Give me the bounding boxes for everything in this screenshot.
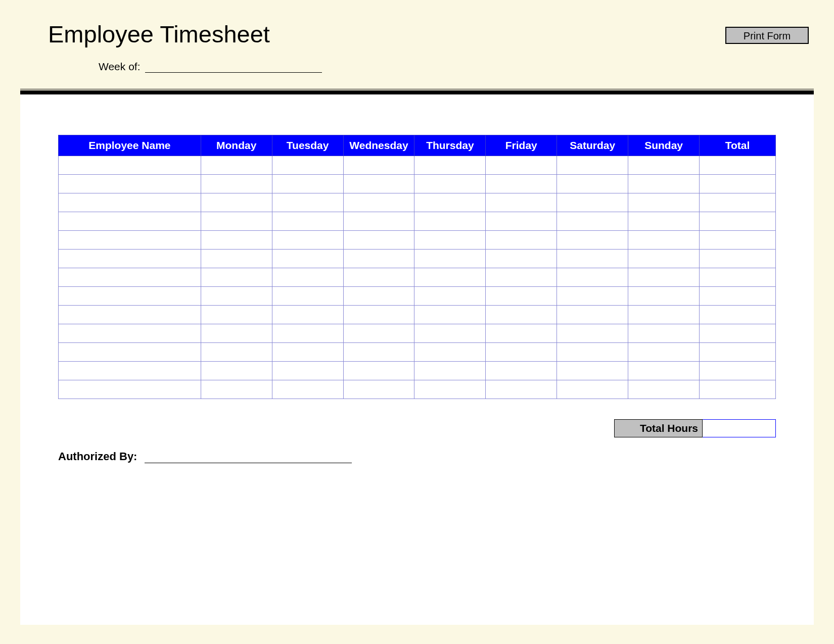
cell-input[interactable] xyxy=(272,193,343,212)
cell-input[interactable] xyxy=(628,362,699,380)
cell-input[interactable] xyxy=(59,268,201,286)
cell-input[interactable] xyxy=(486,287,557,305)
cell-input[interactable] xyxy=(557,324,628,342)
cell-input[interactable] xyxy=(414,212,485,230)
cell-input[interactable] xyxy=(557,343,628,361)
cell-input[interactable] xyxy=(59,287,201,305)
cell-input[interactable] xyxy=(344,175,414,193)
cell-input[interactable] xyxy=(414,231,485,249)
cell-input[interactable] xyxy=(344,362,414,380)
cell-input[interactable] xyxy=(59,231,201,249)
cell-input[interactable] xyxy=(414,156,485,174)
cell-input[interactable] xyxy=(700,380,775,399)
cell-input[interactable] xyxy=(628,231,699,249)
total-hours-input[interactable] xyxy=(703,419,776,437)
cell-input[interactable] xyxy=(59,362,201,380)
cell-input[interactable] xyxy=(486,156,557,174)
cell-input[interactable] xyxy=(272,268,343,286)
cell-input[interactable] xyxy=(59,324,201,342)
cell-input[interactable] xyxy=(700,193,775,212)
cell-input[interactable] xyxy=(201,193,272,212)
cell-input[interactable] xyxy=(628,324,699,342)
cell-input[interactable] xyxy=(557,287,628,305)
cell-input[interactable] xyxy=(486,380,557,399)
print-button[interactable]: Print Form xyxy=(725,27,809,44)
cell-input[interactable] xyxy=(628,250,699,268)
cell-input[interactable] xyxy=(557,193,628,212)
cell-input[interactable] xyxy=(59,193,201,212)
cell-input[interactable] xyxy=(272,156,343,174)
cell-input[interactable] xyxy=(414,362,485,380)
cell-input[interactable] xyxy=(557,306,628,324)
cell-input[interactable] xyxy=(628,343,699,361)
cell-input[interactable] xyxy=(344,212,414,230)
cell-input[interactable] xyxy=(272,250,343,268)
cell-input[interactable] xyxy=(700,268,775,286)
cell-input[interactable] xyxy=(486,212,557,230)
cell-input[interactable] xyxy=(700,250,775,268)
cell-input[interactable] xyxy=(201,306,272,324)
cell-input[interactable] xyxy=(486,343,557,361)
cell-input[interactable] xyxy=(201,156,272,174)
authorized-by-input[interactable] xyxy=(145,450,352,463)
cell-input[interactable] xyxy=(700,287,775,305)
cell-input[interactable] xyxy=(272,231,343,249)
cell-input[interactable] xyxy=(628,193,699,212)
cell-input[interactable] xyxy=(272,362,343,380)
cell-input[interactable] xyxy=(272,306,343,324)
cell-input[interactable] xyxy=(414,380,485,399)
cell-input[interactable] xyxy=(344,193,414,212)
cell-input[interactable] xyxy=(201,324,272,342)
cell-input[interactable] xyxy=(201,343,272,361)
cell-input[interactable] xyxy=(272,324,343,342)
cell-input[interactable] xyxy=(486,193,557,212)
cell-input[interactable] xyxy=(628,287,699,305)
cell-input[interactable] xyxy=(344,250,414,268)
cell-input[interactable] xyxy=(700,324,775,342)
cell-input[interactable] xyxy=(557,156,628,174)
cell-input[interactable] xyxy=(557,175,628,193)
cell-input[interactable] xyxy=(700,156,775,174)
cell-input[interactable] xyxy=(557,231,628,249)
cell-input[interactable] xyxy=(272,380,343,399)
cell-input[interactable] xyxy=(486,250,557,268)
cell-input[interactable] xyxy=(486,306,557,324)
cell-input[interactable] xyxy=(59,156,201,174)
cell-input[interactable] xyxy=(628,212,699,230)
cell-input[interactable] xyxy=(700,306,775,324)
cell-input[interactable] xyxy=(557,212,628,230)
cell-input[interactable] xyxy=(486,362,557,380)
cell-input[interactable] xyxy=(486,175,557,193)
cell-input[interactable] xyxy=(344,268,414,286)
cell-input[interactable] xyxy=(272,212,343,230)
cell-input[interactable] xyxy=(344,156,414,174)
cell-input[interactable] xyxy=(557,362,628,380)
cell-input[interactable] xyxy=(557,250,628,268)
cell-input[interactable] xyxy=(201,212,272,230)
cell-input[interactable] xyxy=(344,306,414,324)
cell-input[interactable] xyxy=(344,324,414,342)
cell-input[interactable] xyxy=(557,380,628,399)
cell-input[interactable] xyxy=(414,324,485,342)
cell-input[interactable] xyxy=(201,362,272,380)
cell-input[interactable] xyxy=(201,175,272,193)
cell-input[interactable] xyxy=(414,250,485,268)
cell-input[interactable] xyxy=(414,268,485,286)
cell-input[interactable] xyxy=(486,231,557,249)
cell-input[interactable] xyxy=(414,343,485,361)
cell-input[interactable] xyxy=(700,343,775,361)
cell-input[interactable] xyxy=(700,212,775,230)
cell-input[interactable] xyxy=(59,380,201,399)
cell-input[interactable] xyxy=(414,306,485,324)
cell-input[interactable] xyxy=(344,380,414,399)
cell-input[interactable] xyxy=(344,287,414,305)
cell-input[interactable] xyxy=(557,268,628,286)
cell-input[interactable] xyxy=(59,343,201,361)
cell-input[interactable] xyxy=(628,306,699,324)
cell-input[interactable] xyxy=(201,268,272,286)
cell-input[interactable] xyxy=(486,324,557,342)
cell-input[interactable] xyxy=(201,380,272,399)
cell-input[interactable] xyxy=(201,287,272,305)
cell-input[interactable] xyxy=(700,231,775,249)
cell-input[interactable] xyxy=(628,175,699,193)
